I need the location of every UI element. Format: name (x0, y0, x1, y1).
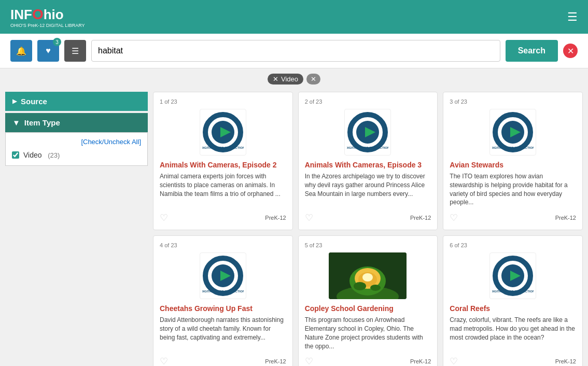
card-desc-2: In the Azores archipelago we try to disc… (305, 172, 431, 207)
dvc-svg-4: DIGITAL VIDEO COLLECTION (202, 255, 244, 297)
favorite-heart-6[interactable]: ♡ (450, 356, 458, 366)
logo-subtitle: OHIO'S PreK-12 DIGITAL LIBRARY (10, 23, 85, 28)
dvc-logo-4: DIGITAL VIDEO COLLECTION (200, 252, 246, 299)
card-desc-5: This program focuses on Arrowhead Elemen… (305, 316, 431, 350)
svg-text:DIGITAL VIDEO COLLECTION: DIGITAL VIDEO COLLECTION (202, 290, 244, 293)
search-bar-area: 🔔 ♥ 3 ☰ Search ✕ (0, 34, 588, 68)
extra-filter-chip[interactable]: ✕ (306, 74, 320, 85)
card-footer-5: ♡ PreK-12 (305, 356, 431, 366)
sidebar: ▶ Source ▼ Item Type [Check/Uncheck All]… (5, 92, 148, 366)
heart-icon: ♥ (46, 46, 51, 55)
card-counter-4: 4 of 23 (160, 242, 286, 248)
favorite-heart-3[interactable]: ♡ (450, 212, 458, 223)
card-title-2[interactable]: Animals With Cameras, Episode 3 (305, 161, 431, 169)
search-input[interactable] (91, 40, 500, 62)
svg-text:DIGITAL VIDEO COLLECTION: DIGITAL VIDEO COLLECTION (492, 290, 534, 293)
svg-point-25 (362, 273, 373, 281)
svg-point-27 (370, 285, 381, 291)
card-thumb-1: DIGITAL VIDEO COLLECTION (160, 109, 286, 156)
grade-badge-1: PreK-12 (265, 215, 286, 221)
notification-button[interactable]: 🔔 (10, 40, 32, 62)
card-counter-2: 2 of 23 (305, 98, 431, 105)
card-thumb-2: DIGITAL VIDEO COLLECTION (305, 109, 431, 156)
favorite-heart-5[interactable]: ♡ (305, 356, 313, 366)
card-thumb-6: DIGITAL VIDEO COLLECTION (450, 252, 576, 299)
card-counter-5: 5 of 23 (305, 242, 431, 248)
item-type-body: [Check/Uncheck All] Video (23) (5, 132, 148, 166)
favorite-heart-1[interactable]: ♡ (160, 212, 168, 223)
dvc-logo-6: DIGITAL VIDEO COLLECTION (489, 252, 536, 299)
grade-badge-6: PreK-12 (555, 358, 576, 364)
content-area: 1 of 23 DIGITAL VIDEO COLLECTION Animals… (153, 92, 583, 366)
favorite-heart-4[interactable]: ♡ (160, 356, 168, 366)
card-2: 2 of 23 DIGITAL VIDEO COLLECTION Animals… (298, 92, 438, 230)
card-counter-1: 1 of 23 (160, 98, 286, 105)
card-5: 5 of 23 (298, 235, 438, 366)
card-title-4[interactable]: Cheetahs Growing Up Fast (160, 304, 286, 313)
video-checkbox[interactable] (12, 151, 19, 159)
bell-icon: 🔔 (16, 46, 26, 56)
card-desc-3: The ITO team explores how avian stewards… (450, 172, 576, 207)
video-filter-chip[interactable]: ✕ Video (268, 74, 303, 85)
grade-badge-3: PreK-12 (555, 215, 576, 221)
card-footer-1: ♡ PreK-12 (160, 212, 286, 223)
grade-badge-4: PreK-12 (265, 358, 286, 364)
item-type-section: ▼ Item Type [Check/Uncheck All] Video (2… (5, 113, 148, 166)
card-footer-6: ♡ PreK-12 (450, 356, 576, 366)
logo-o: O (32, 6, 44, 22)
card-4: 4 of 23 DIGITAL VIDEO COLLECTION Cheetah… (153, 235, 293, 366)
card-thumb-3: DIGITAL VIDEO COLLECTION (450, 109, 576, 156)
card-footer-3: ♡ PreK-12 (450, 212, 576, 223)
card-footer-4: ♡ PreK-12 (160, 356, 286, 366)
favorite-heart-2[interactable]: ♡ (305, 212, 313, 223)
check-uncheck-all[interactable]: [Check/Uncheck All] (12, 137, 141, 149)
app-header: INFOhio OHIO'S PreK-12 DIGITAL LIBRARY ☰ (0, 0, 588, 34)
video-filter-count: (23) (46, 151, 60, 159)
close-icon: ✕ (567, 46, 574, 56)
dvc-svg-3: DIGITAL VIDEO COLLECTION (492, 111, 534, 153)
svg-point-26 (354, 282, 366, 290)
main-layout: ▶ Source ▼ Item Type [Check/Uncheck All]… (0, 88, 588, 366)
grade-badge-5: PreK-12 (410, 358, 431, 364)
dvc-svg-2: DIGITAL VIDEO COLLECTION (347, 111, 388, 153)
item-type-arrow-icon: ▼ (12, 118, 20, 127)
dvc-svg-1: DIGITAL VIDEO COLLECTION (202, 111, 244, 153)
card-1: 1 of 23 DIGITAL VIDEO COLLECTION Animals… (153, 92, 293, 230)
chip-x-icon[interactable]: ✕ (273, 75, 278, 83)
logo: INFOhio OHIO'S PreK-12 DIGITAL LIBRARY (10, 6, 85, 28)
cards-grid: 1 of 23 DIGITAL VIDEO COLLECTION Animals… (153, 92, 583, 366)
clear-search-button[interactable]: ✕ (563, 44, 578, 58)
list-view-button[interactable]: ☰ (64, 40, 86, 62)
card-title-5[interactable]: Copley School Gardening (305, 304, 431, 313)
card-title-1[interactable]: Animals With Cameras, Episode 2 (160, 161, 286, 169)
favorites-badge: 3 (53, 38, 61, 46)
source-header[interactable]: ▶ Source (5, 92, 148, 111)
card-desc-6: Crazy, colorful, vibrant. The reefs are … (450, 316, 576, 350)
video-filter-label: Video (23, 151, 42, 159)
card-3: 3 of 23 DIGITAL VIDEO COLLECTION Avian S… (443, 92, 583, 230)
dvc-svg-6: DIGITAL VIDEO COLLECTION (492, 255, 534, 297)
card-thumb-5 (305, 252, 431, 299)
card-title-3[interactable]: Avian Stewards (450, 161, 576, 169)
list-icon: ☰ (72, 46, 79, 56)
card-counter-6: 6 of 23 (450, 242, 576, 248)
favorites-button[interactable]: ♥ 3 (37, 40, 59, 62)
card-title-6[interactable]: Coral Reefs (450, 304, 576, 313)
card-counter-3: 3 of 23 (450, 98, 576, 105)
grade-badge-2: PreK-12 (410, 215, 431, 221)
video-filter-item: Video (23) (12, 149, 141, 161)
search-button[interactable]: Search (506, 40, 558, 62)
hamburger-menu[interactable]: ☰ (567, 10, 578, 24)
thumb-svg-5 (329, 252, 407, 299)
filter-chips-area: ✕ Video ✕ (0, 68, 588, 88)
item-type-header[interactable]: ▼ Item Type (5, 113, 148, 132)
dvc-logo-2: DIGITAL VIDEO COLLECTION (344, 109, 391, 156)
dvc-logo-1: DIGITAL VIDEO COLLECTION (200, 109, 246, 156)
item-type-label: Item Type (24, 118, 60, 127)
logo-text-inf: INF (10, 7, 32, 22)
card-footer-2: ♡ PreK-12 (305, 212, 431, 223)
chip-close-icon[interactable]: ✕ (311, 75, 316, 83)
source-label: Source (21, 97, 47, 106)
svg-text:DIGITAL VIDEO COLLECTION: DIGITAL VIDEO COLLECTION (202, 146, 244, 149)
thumb-image-5 (329, 252, 407, 299)
